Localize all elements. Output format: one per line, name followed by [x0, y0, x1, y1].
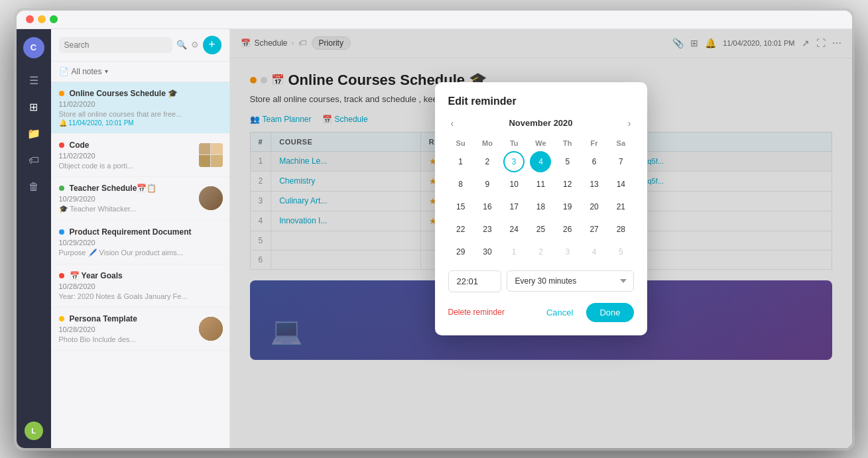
cal-day-17[interactable]: 17 [503, 196, 525, 217]
cal-day-1[interactable]: 1 [450, 151, 471, 172]
delete-reminder-link[interactable]: Delete reminder [448, 308, 505, 317]
time-input[interactable] [448, 270, 501, 292]
repeat-select[interactable]: Every 30 minutes Every hour Every day Ev… [507, 270, 634, 292]
cal-day-27[interactable]: 27 [584, 219, 605, 240]
sidebar-icons: C ☰ ⊞ 📁 🏷 🗑 L [17, 29, 51, 448]
cal-header-su: Su [448, 137, 473, 150]
cal-day-9[interactable]: 9 [477, 174, 498, 195]
cal-header-tu: Tu [501, 137, 527, 150]
note-preview: Photo Bio Include des... [59, 335, 221, 343]
note-dot [59, 91, 64, 96]
note-dot [59, 143, 64, 148]
cal-day-10[interactable]: 10 [503, 174, 525, 195]
note-title-text: Product Requirement Document [70, 227, 192, 237]
calendar-next[interactable]: › [625, 118, 634, 129]
note-title-text: Code [70, 141, 90, 150]
cal-day-dec-2[interactable]: 2 [530, 241, 551, 262]
note-title-text: 📅 Year Goals [70, 271, 123, 280]
sidebar-item-tag[interactable]: 🏷 [22, 148, 46, 172]
calendar-grid: Su Mo Tu We Th Fr Sa 1 2 3 4 [448, 137, 634, 262]
note-title-text: Online Courses Schedule 🎓 [70, 89, 178, 98]
note-item-3[interactable]: Teacher Schedule📅📋 10/29/2020 🎓 Teacher … [51, 177, 229, 221]
note-date: 10/29/2020 [59, 239, 221, 247]
cal-day-11[interactable]: 11 [530, 174, 551, 195]
search-input[interactable] [59, 37, 172, 53]
cal-day-21[interactable]: 21 [610, 196, 631, 217]
calendar-month-year: November 2020 [509, 118, 572, 128]
cancel-button[interactable]: Cancel [538, 303, 581, 322]
cal-header-sa: Sa [608, 137, 633, 150]
close-button[interactable] [26, 15, 34, 23]
cal-day-24[interactable]: 24 [503, 219, 525, 240]
note-thumbnail [199, 317, 223, 341]
chevron-down-icon: ▾ [105, 68, 108, 75]
cal-day-dec-3[interactable]: 3 [557, 241, 578, 262]
note-thumbnail [199, 143, 223, 167]
maximize-button[interactable] [50, 15, 58, 23]
sidebar-item-folder[interactable]: 📁 [22, 122, 46, 146]
cal-day-3[interactable]: 3 [503, 151, 525, 172]
note-date: 10/28/2020 [59, 325, 221, 333]
cal-header-th: Th [555, 137, 580, 150]
cal-day-5[interactable]: 5 [557, 151, 578, 172]
cal-day-19[interactable]: 19 [557, 196, 578, 217]
sidebar-item-menu[interactable]: ☰ [22, 69, 46, 93]
cal-day-dec-4[interactable]: 4 [584, 241, 605, 262]
cal-day-29[interactable]: 29 [450, 241, 471, 262]
main-content: 📅 Schedule › 🏷 Priority 📎 ⊞ 🔔 11/04/2020… [230, 29, 852, 448]
cal-day-8[interactable]: 8 [450, 174, 471, 195]
cal-day-4[interactable]: 4 [530, 151, 551, 172]
note-preview: Purpose 🖊️ Vision Our product aims... [59, 249, 221, 257]
cal-day-7[interactable]: 7 [610, 151, 631, 172]
cal-day-22[interactable]: 22 [450, 219, 471, 240]
cal-day-20[interactable]: 20 [584, 196, 605, 217]
cal-day-28[interactable]: 28 [610, 219, 631, 240]
bottom-avatar[interactable]: L [25, 422, 43, 440]
sidebar-item-grid[interactable]: ⊞ [22, 95, 46, 119]
cal-day-15[interactable]: 15 [450, 196, 471, 217]
note-dot [59, 273, 64, 278]
time-row: Every 30 minutes Every hour Every day Ev… [448, 270, 634, 292]
add-note-button[interactable]: + [203, 36, 221, 54]
note-date: 10/28/2020 [59, 282, 221, 290]
user-avatar[interactable]: C [23, 37, 44, 58]
cal-day-18[interactable]: 18 [530, 196, 551, 217]
modal-actions: Cancel Done [538, 303, 634, 322]
cal-day-6[interactable]: 6 [584, 151, 605, 172]
note-item-5[interactable]: 📅 Year Goals 10/28/2020 Year: 2020 Notes… [51, 264, 229, 308]
cal-day-26[interactable]: 26 [557, 219, 578, 240]
note-preview: Object code is a porti... [59, 162, 221, 170]
note-dot [59, 229, 64, 235]
note-meta: 🔔 11/04/2020, 10:01 PM [59, 119, 221, 127]
cal-day-dec-5[interactable]: 5 [610, 241, 631, 262]
note-thumbnail [199, 186, 223, 210]
minimize-button[interactable] [38, 15, 46, 23]
note-item-1[interactable]: Online Courses Schedule 🎓 11/02/2020 Sto… [51, 82, 229, 134]
note-item-4[interactable]: Product Requirement Document 10/29/2020 … [51, 221, 229, 264]
cal-day-13[interactable]: 13 [584, 174, 605, 195]
cal-day-30[interactable]: 30 [477, 241, 498, 262]
cal-day-16[interactable]: 16 [477, 196, 498, 217]
note-item-6[interactable]: Persona Template 10/28/2020 Photo Bio In… [51, 308, 229, 351]
note-item-2[interactable]: Code 11/02/2020 Object code is a porti..… [51, 134, 229, 177]
cal-day-12[interactable]: 12 [557, 174, 578, 195]
calendar-prev[interactable]: ‹ [448, 118, 457, 129]
cal-day-23[interactable]: 23 [477, 219, 498, 240]
note-title-text: Teacher Schedule📅📋 [70, 184, 157, 193]
search-bar: 🔍 ⚙ + [51, 29, 229, 62]
note-dot [59, 186, 64, 191]
all-notes-section[interactable]: 📄 All notes ▾ [51, 62, 229, 82]
note-date: 11/02/2020 [59, 152, 221, 160]
cal-day-14[interactable]: 14 [610, 174, 631, 195]
cal-day-2[interactable]: 2 [477, 151, 498, 172]
cal-day-25[interactable]: 25 [530, 219, 551, 240]
cal-day-dec-1[interactable]: 1 [503, 241, 525, 262]
sidebar-item-trash[interactable]: 🗑 [22, 175, 46, 199]
note-preview: Store all online courses that are free..… [59, 110, 221, 118]
note-date: 10/29/2020 [59, 195, 221, 203]
search-icon: 🔍 [176, 40, 187, 50]
done-button[interactable]: Done [586, 303, 633, 322]
cal-header-fr: Fr [582, 137, 607, 150]
filter-icon[interactable]: ⚙ [191, 40, 199, 50]
calendar-nav: ‹ November 2020 › [448, 118, 634, 129]
